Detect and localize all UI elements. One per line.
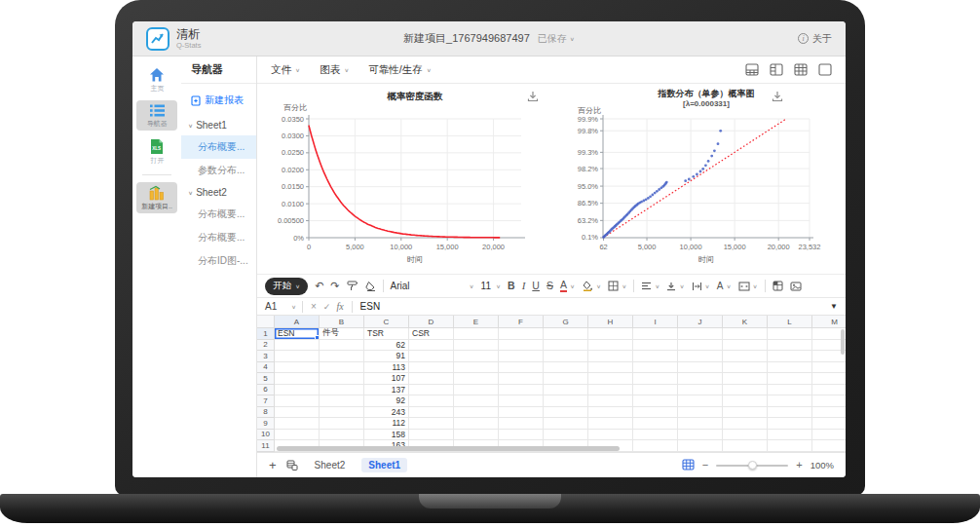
- cell-A3[interactable]: [275, 351, 320, 362]
- cell-I10[interactable]: [633, 430, 678, 441]
- cell-F1[interactable]: [499, 328, 544, 340]
- cell-E6[interactable]: [454, 385, 499, 396]
- zoom-slider[interactable]: [716, 465, 788, 467]
- layout-chart-only-button[interactable]: [818, 63, 832, 76]
- cell-E3[interactable]: [454, 351, 499, 362]
- cell-B7[interactable]: [320, 395, 364, 407]
- tab-sheet1[interactable]: Sheet1: [361, 458, 407, 472]
- cell-D9[interactable]: [409, 418, 454, 430]
- cell-K6[interactable]: [723, 385, 768, 396]
- cell-L11[interactable]: [768, 440, 812, 452]
- cell-I6[interactable]: [633, 385, 678, 396]
- cell-A4[interactable]: [275, 362, 320, 374]
- cell-L3[interactable]: [768, 351, 812, 362]
- column-header-B[interactable]: B: [320, 316, 364, 328]
- cell-C5[interactable]: 107: [364, 373, 409, 385]
- menu-file[interactable]: 文件∨: [271, 63, 300, 77]
- layout-table-button[interactable]: [794, 63, 808, 76]
- cell-F10[interactable]: [499, 430, 544, 441]
- cell-C3[interactable]: 91: [364, 351, 409, 362]
- cell-M11[interactable]: [812, 440, 846, 452]
- nav-group-sheet1[interactable]: ∨ Sheet1: [181, 115, 256, 135]
- fill-color-button[interactable]: ∨: [582, 281, 601, 291]
- cell-D1[interactable]: CSR: [409, 328, 454, 340]
- column-header-C[interactable]: C: [364, 316, 409, 328]
- cell-L1[interactable]: [768, 328, 812, 340]
- cell-J1[interactable]: [678, 328, 723, 340]
- cell-D7[interactable]: [409, 395, 454, 407]
- row-header-9[interactable]: 9: [257, 418, 275, 430]
- cell-A7[interactable]: [275, 395, 320, 407]
- column-header-H[interactable]: H: [588, 316, 633, 328]
- cell-F3[interactable]: [499, 351, 544, 362]
- cell-G6[interactable]: [544, 385, 588, 396]
- cell-J4[interactable]: [678, 362, 723, 374]
- cell-I2[interactable]: [633, 340, 678, 352]
- cell-H4[interactable]: [588, 362, 633, 374]
- confirm-entry-icon[interactable]: ✓: [321, 302, 337, 312]
- cell-K10[interactable]: [723, 430, 768, 441]
- freeze-button[interactable]: [773, 281, 783, 291]
- tab-sheet2[interactable]: Sheet2: [308, 458, 353, 472]
- cell-F5[interactable]: [499, 373, 544, 385]
- cell-A2[interactable]: [275, 340, 320, 352]
- cell-C8[interactable]: 243: [364, 407, 409, 419]
- cell-I3[interactable]: [633, 351, 678, 362]
- nav-item-dist-id-plot[interactable]: 分布ID图-...: [181, 249, 256, 273]
- download-icon[interactable]: [527, 89, 539, 106]
- font-size-select[interactable]: 11∨: [481, 281, 502, 291]
- column-header-J[interactable]: J: [678, 316, 723, 328]
- column-header-G[interactable]: G: [544, 316, 588, 328]
- about-button[interactable]: i 关于: [798, 32, 832, 46]
- cell-J10[interactable]: [678, 430, 723, 441]
- row-header-1[interactable]: 1: [257, 328, 275, 340]
- cell-B2[interactable]: [320, 340, 364, 352]
- cell-H10[interactable]: [588, 430, 633, 441]
- font-family-select[interactable]: Arial∨: [391, 281, 474, 291]
- cell-K4[interactable]: [723, 362, 768, 374]
- cell-M4[interactable]: [812, 362, 846, 374]
- cell-G2[interactable]: [544, 340, 588, 352]
- cell-M10[interactable]: [812, 430, 846, 441]
- text-rotate-button[interactable]: A∨: [717, 282, 732, 291]
- cell-E4[interactable]: [454, 362, 499, 374]
- cell-B9[interactable]: [320, 418, 364, 430]
- all-sheets-button[interactable]: [286, 457, 298, 474]
- function-icon[interactable]: fx: [336, 301, 351, 312]
- text-color-button[interactable]: A∨: [560, 280, 575, 292]
- cell-B1[interactable]: 件号: [320, 328, 364, 340]
- cell-J6[interactable]: [678, 385, 723, 396]
- cell-A6[interactable]: [275, 385, 320, 396]
- formula-collapse-icon[interactable]: ▼: [830, 302, 846, 311]
- cell-B6[interactable]: [320, 385, 364, 396]
- column-header-F[interactable]: F: [499, 316, 544, 328]
- cell-F7[interactable]: [499, 395, 544, 407]
- cell-D6[interactable]: [409, 385, 454, 396]
- cell-D2[interactable]: [409, 340, 454, 352]
- cell-B8[interactable]: [320, 407, 364, 419]
- row-header-8[interactable]: 8: [257, 407, 275, 419]
- download-icon[interactable]: [772, 89, 783, 106]
- cell-F8[interactable]: [499, 407, 544, 419]
- rail-item-home[interactable]: 主页: [136, 64, 177, 95]
- zoom-in-button[interactable]: +: [796, 460, 802, 471]
- cell-H8[interactable]: [588, 407, 633, 419]
- row-header-7[interactable]: 7: [257, 395, 275, 407]
- borders-button[interactable]: ∨: [608, 281, 626, 291]
- vertical-align-button[interactable]: ∨: [666, 282, 684, 291]
- cell-D3[interactable]: [409, 351, 454, 362]
- cell-G8[interactable]: [544, 407, 588, 419]
- undo-button[interactable]: ↶: [315, 281, 323, 291]
- cell-I1[interactable]: [633, 328, 678, 340]
- rail-item-navigator[interactable]: 导航器: [136, 100, 177, 131]
- row-header-2[interactable]: 2: [257, 340, 275, 352]
- underline-button[interactable]: U: [532, 281, 540, 291]
- grid-corner[interactable]: [257, 316, 275, 328]
- strikethrough-button[interactable]: S: [547, 281, 553, 291]
- cell-J11[interactable]: [678, 440, 723, 452]
- cell-E1[interactable]: [454, 328, 499, 340]
- cell-K1[interactable]: [723, 328, 768, 340]
- cell-L10[interactable]: [768, 430, 812, 441]
- start-tab-button[interactable]: 开始∨: [265, 278, 308, 295]
- column-header-E[interactable]: E: [454, 316, 499, 328]
